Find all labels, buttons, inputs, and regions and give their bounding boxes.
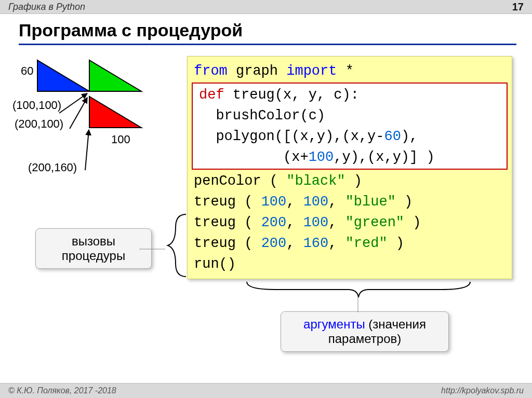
svg-marker-1 bbox=[89, 60, 141, 91]
t: ), bbox=[401, 129, 418, 144]
code-line-10: run() bbox=[188, 254, 512, 275]
t: ) bbox=[345, 173, 362, 189]
num: 60 bbox=[384, 129, 401, 144]
callout-args: аргументы (значения параметров) bbox=[281, 311, 449, 352]
slide-heading: Программа с процедурой bbox=[19, 20, 516, 45]
t: ) bbox=[404, 215, 421, 230]
svg-line-5 bbox=[85, 130, 89, 170]
t: , bbox=[286, 215, 303, 230]
brace-left-icon bbox=[165, 212, 189, 279]
t: (значения bbox=[365, 317, 426, 331]
connector-args bbox=[355, 297, 361, 312]
page-number: 17 bbox=[512, 1, 524, 13]
num: 200 bbox=[261, 236, 287, 251]
t-blue: аргументы bbox=[303, 317, 365, 331]
code-line-1: from graph import * bbox=[188, 61, 512, 81]
code-line-5: (x+100,y),(x,y)] ) bbox=[193, 147, 507, 168]
code-line-9: treug ( 200, 160, "red" ) bbox=[188, 233, 512, 254]
t: ,y),(x,y)] ) bbox=[334, 149, 434, 165]
t: , bbox=[286, 194, 303, 210]
footer: © К.Ю. Поляков, 2017 -2018 http://kpolya… bbox=[0, 383, 532, 398]
topbar-title: Графика в Python bbox=[8, 2, 512, 12]
svg-marker-2 bbox=[89, 97, 141, 128]
t: * bbox=[337, 63, 353, 79]
svg-line-4 bbox=[70, 98, 87, 129]
t: penColor ( bbox=[194, 173, 286, 189]
label-100: 100 bbox=[111, 133, 130, 146]
code-block: from graph import * def treug(x, y, c): … bbox=[187, 56, 512, 279]
t: graph bbox=[228, 63, 286, 79]
kw-import: import bbox=[286, 63, 337, 79]
connector-calls bbox=[139, 244, 168, 254]
t: , bbox=[328, 194, 345, 210]
kw-def: def bbox=[199, 87, 224, 103]
num: 160 bbox=[303, 236, 329, 251]
code-line-3: brushColor(c) bbox=[193, 105, 507, 126]
str: "black" bbox=[286, 173, 345, 189]
label-100-100: (100,100) bbox=[12, 99, 61, 112]
callout-calls-line2: процедуры bbox=[44, 249, 143, 263]
label-200-160: (200,160) bbox=[28, 161, 77, 174]
callout-args-line1: аргументы (значения bbox=[289, 317, 440, 332]
code-line-4: polygon([(x,y),(x,y-60), bbox=[193, 126, 507, 147]
def-highlight-box: def treug(x, y, c): brushColor(c) polygo… bbox=[192, 83, 508, 170]
num: 100 bbox=[309, 149, 334, 165]
t: polygon([(x,y),(x,y- bbox=[199, 129, 384, 144]
topbar: Графика в Python 17 bbox=[0, 0, 532, 14]
num: 100 bbox=[303, 215, 329, 230]
num: 100 bbox=[303, 194, 329, 210]
footer-copyright: © К.Ю. Поляков, 2017 -2018 bbox=[8, 386, 116, 395]
str: "red" bbox=[345, 236, 388, 251]
svg-marker-0 bbox=[37, 60, 89, 91]
footer-url: http://kpolyakov.spb.ru bbox=[441, 386, 524, 395]
num: 200 bbox=[261, 215, 287, 230]
kw-from: from bbox=[194, 63, 228, 79]
t: treug(x, y, c): bbox=[224, 87, 359, 103]
callout-calls: вызовы процедуры bbox=[35, 228, 152, 269]
t: , bbox=[328, 215, 345, 230]
t: , bbox=[328, 236, 345, 251]
str: "green" bbox=[345, 215, 404, 230]
t: (x+ bbox=[199, 149, 309, 165]
str: "blue" bbox=[345, 194, 396, 210]
code-line-6: penColor ( "black" ) bbox=[188, 171, 512, 191]
t: treug ( bbox=[194, 236, 261, 251]
t: , bbox=[286, 236, 303, 251]
code-line-7: treug ( 100, 100, "blue" ) bbox=[188, 191, 512, 212]
t: treug ( bbox=[194, 215, 261, 230]
code-line-8: treug ( 200, 100, "green" ) bbox=[188, 212, 512, 233]
callout-args-line2: параметров) bbox=[289, 332, 440, 346]
brace-bottom-icon bbox=[244, 279, 473, 299]
code-line-2: def treug(x, y, c): bbox=[193, 85, 507, 105]
callout-calls-line1: вызовы bbox=[44, 234, 143, 249]
t: ) bbox=[388, 236, 404, 251]
num: 100 bbox=[261, 194, 287, 210]
t: ) bbox=[396, 194, 413, 210]
t: treug ( bbox=[194, 194, 261, 210]
t: brushColor(c) bbox=[199, 108, 325, 123]
svg-line-3 bbox=[59, 93, 87, 113]
label-200-100: (200,100) bbox=[15, 117, 63, 131]
triangle-diagram: 60 (100,100) (200,100) 100 (200,160) bbox=[18, 51, 179, 207]
label-60: 60 bbox=[21, 64, 33, 78]
t: run() bbox=[194, 256, 236, 272]
